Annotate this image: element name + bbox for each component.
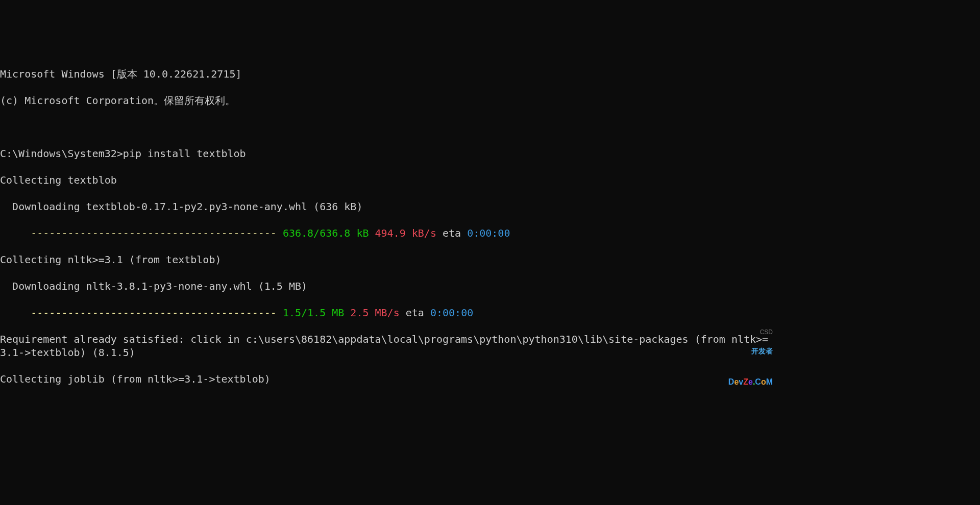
collecting-joblib: Collecting joblib (from nltk>=3.1->textb… — [0, 372, 776, 386]
progress-bar-fill: ---------------------------------------- — [31, 227, 283, 239]
collecting-nltk: Collecting nltk>=3.1 (from textblob) — [0, 253, 776, 266]
download-textblob: Downloading textblob-0.17.1-py2.py3-none… — [0, 200, 776, 213]
download-joblib: Downloading joblib-1.3.2-py3-none-any.wh… — [0, 399, 776, 400]
progress-speed: 494.9 kB/s — [369, 227, 436, 239]
collecting-textblob: Collecting textblob — [0, 173, 776, 187]
watermark: CSD 开发者 DevZe.CoM — [728, 314, 773, 398]
download-nltk: Downloading nltk-3.8.1-py3-none-any.whl … — [0, 280, 776, 293]
watermark-domain: DevZe.CoM — [728, 377, 773, 387]
prompt-path: C:\Windows\System32> — [0, 147, 123, 160]
windows-version-line: Microsoft Windows [版本 10.0.22621.2715] — [0, 67, 776, 81]
progress-eta-label: eta — [436, 227, 467, 239]
prompt-command: pip install textblob — [123, 147, 246, 160]
progress-size: 1.5/1.5 MB — [283, 307, 344, 319]
progress-size: 636.8/636.8 kB — [283, 227, 369, 239]
terminal-window[interactable]: Microsoft Windows [版本 10.0.22621.2715] (… — [0, 54, 776, 400]
blank-line — [0, 120, 776, 134]
progress-bar-1: ----------------------------------------… — [0, 226, 776, 240]
progress-eta: 0:00:00 — [467, 227, 510, 239]
progress-eta-label: eta — [400, 307, 430, 319]
watermark-csd: CSD — [760, 329, 773, 336]
watermark-chinese: 开发者 — [728, 347, 773, 355]
copyright-line: (c) Microsoft Corporation。保留所有权利。 — [0, 94, 776, 107]
requirement-click: Requirement already satisfied: click in … — [0, 333, 776, 359]
progress-speed: 2.5 MB/s — [344, 307, 399, 319]
progress-bar-2: ----------------------------------------… — [0, 306, 776, 319]
progress-eta: 0:00:00 — [430, 307, 473, 319]
progress-indent — [0, 307, 31, 319]
command-prompt-1: C:\Windows\System32>pip install textblob — [0, 147, 776, 160]
progress-indent — [0, 227, 31, 239]
progress-bar-fill: ---------------------------------------- — [31, 307, 283, 319]
